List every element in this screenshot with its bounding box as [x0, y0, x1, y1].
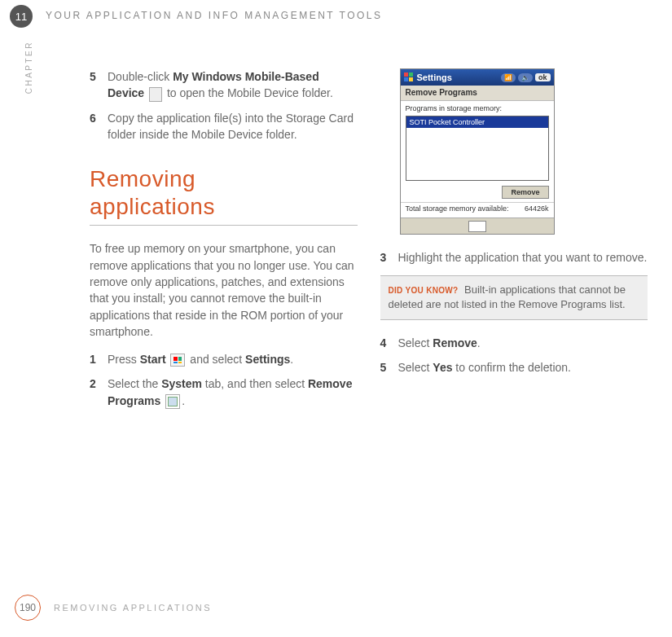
device-folder-icon — [149, 87, 162, 102]
step-text: Highlight the application that you want … — [398, 249, 648, 266]
step-text: Copy the application file(s) into the St… — [108, 110, 358, 143]
step-number: 6 — [90, 110, 108, 143]
step-number: 2 — [90, 376, 108, 409]
yes-bold: Yes — [433, 361, 452, 374]
heading-line-1: Removing — [90, 166, 195, 191]
footer: 190 REMOVING APPLICATIONS — [15, 595, 212, 621]
t: and select — [187, 353, 245, 366]
step-4: 4 Select Remove. — [380, 335, 648, 351]
remove-programs-icon — [165, 394, 180, 409]
programs-listbox[interactable]: SOTI Pocket Controller — [406, 116, 549, 181]
step-number: 3 — [380, 249, 398, 266]
t: Select — [398, 361, 433, 374]
step-text: Press Start and select Settings. — [108, 351, 358, 367]
did-you-know-callout: DID YOU KNOW? Built-in applications that… — [380, 275, 648, 319]
heading-line-2: applications — [90, 193, 358, 221]
keyboard-icon[interactable] — [468, 221, 486, 232]
did-you-know-label: DID YOU KNOW? — [389, 286, 459, 295]
page-number-badge: 190 — [15, 595, 41, 621]
chapter-number-badge: 11 — [10, 5, 33, 28]
section-heading-removing-applications: Removing applications — [90, 165, 358, 226]
windows-flag-icon — [404, 72, 414, 82]
step-number: 5 — [90, 68, 108, 102]
t: Select — [398, 336, 433, 349]
programs-list-label: Programs in storage memory: — [401, 101, 554, 114]
step-5-previous: 5 Double-click My Windows Mobile-Based D… — [90, 68, 358, 102]
device-screenshot: Settings 📶 🔈 ok Remove Programs Programs… — [400, 68, 555, 235]
screenshot-title: Settings — [417, 72, 452, 82]
volume-icon: 🔈 — [518, 73, 533, 82]
step-number: 5 — [380, 359, 398, 376]
t: Select the — [108, 377, 161, 390]
t: . — [182, 394, 185, 407]
ok-button[interactable]: ok — [535, 73, 551, 81]
signal-icon: 📶 — [501, 73, 516, 82]
step-number: 4 — [380, 335, 398, 351]
t: . — [477, 336, 481, 349]
list-item[interactable]: SOTI Pocket Controller — [406, 116, 548, 128]
sip-bar — [401, 217, 554, 234]
system-tab-label: System — [161, 377, 202, 390]
step-text: Select Yes to confirm the deletion. — [398, 359, 648, 376]
t: . — [290, 353, 293, 366]
step-text: Select Remove. — [398, 335, 648, 351]
start-flag-icon — [170, 354, 185, 367]
memory-row: Total storage memory available: 64426k — [401, 202, 554, 217]
memory-value: 64426k — [525, 204, 549, 213]
screenshot-subtitle: Remove Programs — [401, 86, 554, 101]
step-text-before: Double-click — [108, 70, 173, 83]
settings-label: Settings — [245, 353, 290, 366]
step-text: Double-click My Windows Mobile-Based Dev… — [108, 68, 358, 102]
step-3: 3 Highlight the application that you wan… — [380, 249, 648, 266]
t: to confirm the deletion. — [452, 361, 571, 374]
memory-label: Total storage memory available: — [406, 204, 509, 213]
remove-button[interactable]: Remove — [502, 186, 548, 199]
header-running-title: YOUR APPLICATION AND INFO MANAGEMENT TOO… — [46, 10, 383, 21]
step-text: Select the System tab, and then select R… — [108, 376, 358, 409]
step-6-previous: 6 Copy the application file(s) into the … — [90, 110, 358, 143]
remove-bold: Remove — [433, 336, 477, 349]
step-2: 2 Select the System tab, and then select… — [90, 376, 358, 409]
footer-running-title: REMOVING APPLICATIONS — [54, 603, 212, 613]
section-intro-paragraph: To free up memory on your smartphone, yo… — [90, 240, 358, 340]
t: Press — [108, 353, 140, 366]
step-5: 5 Select Yes to confirm the deletion. — [380, 359, 648, 376]
step-1: 1 Press Start and select Settings. — [90, 351, 358, 367]
step-number: 1 — [90, 351, 108, 367]
chapter-vertical-label: CHAPTER — [24, 41, 33, 94]
left-column: 5 Double-click My Windows Mobile-Based D… — [90, 68, 358, 417]
screenshot-titlebar: Settings 📶 🔈 ok — [401, 69, 554, 86]
t: tab, and then select — [202, 377, 308, 390]
right-column: Settings 📶 🔈 ok Remove Programs Programs… — [380, 68, 648, 417]
start-label: Start — [140, 353, 166, 366]
step-text-after: to open the Mobile Device folder. — [164, 86, 333, 99]
